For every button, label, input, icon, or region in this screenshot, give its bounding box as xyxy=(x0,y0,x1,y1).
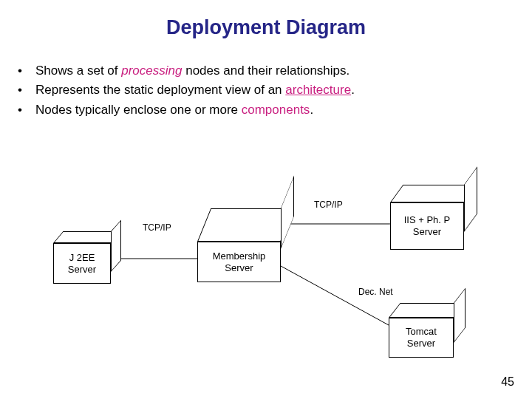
bullet-text: Nodes typically enclose one or more xyxy=(35,103,242,117)
bullet-emphasis: components xyxy=(242,103,310,117)
edge-label-tcpip-lower: TCP/IP xyxy=(143,222,171,233)
bullet-item: • Shows a set of processing nodes and th… xyxy=(18,61,532,81)
edge-label-tcpip-upper: TCP/IP xyxy=(314,200,343,210)
bullet-emphasis: architecture xyxy=(285,83,351,97)
bullet-emphasis: processing xyxy=(121,64,182,78)
bullet-text: Represents the static deployment view of… xyxy=(35,83,285,97)
node-label: TomcatServer xyxy=(406,326,437,349)
bullet-dot-icon: • xyxy=(18,81,35,100)
bullet-text: nodes and their relationships. xyxy=(182,64,349,78)
bullet-dot-icon: • xyxy=(18,61,35,81)
page-number: 45 xyxy=(501,375,514,389)
bullet-text: . xyxy=(351,83,355,97)
bullet-text: . xyxy=(310,103,313,117)
node-label: J 2EEServer xyxy=(68,252,96,275)
bullet-item: • Nodes typically enclose one or more co… xyxy=(18,100,532,120)
node-label: MembershipServer xyxy=(213,250,266,273)
page-title: Deployment Diagram xyxy=(0,0,532,39)
bullet-dot-icon: • xyxy=(18,100,35,120)
bullet-list: • Shows a set of processing nodes and th… xyxy=(18,61,532,120)
edge-label-decnet: Dec. Net xyxy=(358,287,393,297)
node-label: IIS + Ph. PServer xyxy=(404,214,451,237)
bullet-text: Shows a set of xyxy=(35,64,121,78)
bullet-item: • Represents the static deployment view … xyxy=(18,81,532,100)
